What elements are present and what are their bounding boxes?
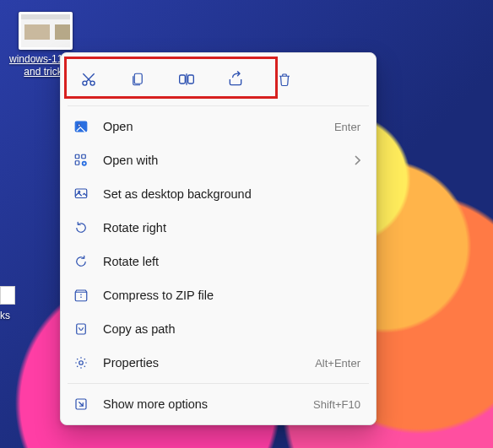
rotate-right-icon [73, 219, 89, 236]
svg-point-1 [90, 81, 95, 85]
svg-point-12 [79, 191, 80, 192]
desktop-file-icon-partial[interactable] [0, 286, 15, 305]
copy-button[interactable] [123, 65, 152, 94]
menu-item-set-background[interactable]: Set as desktop background [61, 177, 376, 211]
svg-rect-13 [77, 324, 86, 334]
svg-rect-8 [75, 161, 79, 165]
rename-icon [177, 71, 196, 88]
quick-action-row [61, 58, 376, 102]
svg-point-6 [78, 124, 80, 127]
menu-item-shortcut: Alt+Enter [315, 357, 360, 370]
svg-rect-7 [75, 154, 79, 159]
rotate-left-icon [73, 253, 89, 270]
svg-rect-11 [75, 189, 87, 198]
more-options-icon [73, 396, 89, 413]
menu-item-rotate-left[interactable]: Rotate left [61, 245, 376, 278]
menu-item-label: Rotate left [103, 255, 360, 268]
separator [68, 383, 369, 384]
menu-item-label: Copy as path [103, 322, 360, 336]
menu-item-label: Rotate right [103, 221, 360, 235]
menu-item-label: Compress to ZIP file [103, 289, 360, 302]
svg-rect-4 [188, 75, 194, 84]
svg-rect-3 [180, 75, 186, 84]
copy-path-icon [73, 321, 89, 337]
cut-button[interactable] [74, 65, 103, 94]
svg-rect-2 [134, 73, 142, 84]
menu-item-rotate-right[interactable]: Rotate right [61, 211, 376, 245]
rename-button[interactable] [172, 65, 201, 94]
trash-icon [277, 71, 292, 88]
desktop-file-label-partial: ks [0, 310, 10, 321]
menu-item-label: Open [103, 120, 321, 133]
separator [68, 105, 369, 106]
menu-item-label: Open with [103, 154, 340, 167]
share-button[interactable] [221, 65, 250, 94]
context-menu: Open Enter Open with Set as desktop back [60, 52, 377, 425]
delete-button[interactable] [270, 65, 299, 94]
menu-item-shortcut: Enter [334, 121, 360, 133]
open-with-icon [73, 152, 89, 169]
share-icon [227, 71, 244, 88]
svg-rect-9 [82, 154, 86, 159]
menu-item-open[interactable]: Open Enter [61, 110, 376, 143]
menu-item-label: Set as desktop background [103, 187, 360, 201]
menu-item-properties[interactable]: Properties Alt+Enter [61, 346, 376, 380]
menu-item-compress-zip[interactable]: Compress to ZIP file [61, 278, 376, 312]
svg-point-0 [83, 81, 87, 85]
copy-icon [130, 71, 145, 88]
properties-icon [73, 354, 89, 371]
menu-item-label: Properties [103, 356, 301, 370]
zip-icon [73, 287, 89, 304]
chevron-right-icon [354, 155, 360, 165]
svg-point-14 [79, 361, 84, 365]
image-icon [73, 118, 89, 135]
file-thumbnail [19, 12, 73, 50]
menu-item-open-with[interactable]: Open with [61, 143, 376, 177]
menu-item-label: Show more options [103, 397, 300, 411]
menu-item-copy-as-path[interactable]: Copy as path [61, 312, 376, 346]
menu-item-show-more-options[interactable]: Show more options Shift+F10 [61, 387, 376, 421]
scissors-icon [80, 71, 97, 88]
menu-item-shortcut: Shift+F10 [313, 398, 360, 411]
wallpaper-icon [73, 186, 89, 202]
